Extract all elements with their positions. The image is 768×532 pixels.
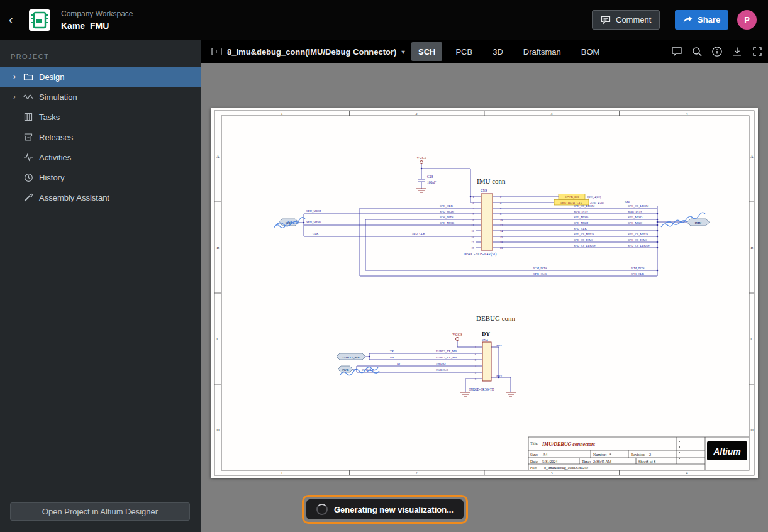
fullscreen-icon[interactable] [752,46,763,57]
schematic-doc-icon [211,47,222,56]
tab-bom[interactable]: BOM [574,42,607,61]
chevron-right-icon[interactable]: › [11,92,18,101]
power-net-label: VCC5 [416,156,426,160]
net-label-stack: SPI1_CS_MPU#SPI1_CS_ICM#SPI2_CS_LPS25# [574,233,596,247]
net-label-stack: SPI1_CS_LIS3MMPU_INT#SPI1_MISOSPI1_MOSI [628,204,649,224]
titleblock-field-label: Date: [530,460,538,463]
net-label: SPI2_MISO [306,221,321,224]
titleblock-value: A4 [543,453,547,457]
pin-label: MP1 [496,344,503,347]
altium-365-viewer: ‹ Company Workspace Kame_FMU Comment Sha… [0,0,768,532]
designator: C23 [427,175,433,179]
sheet-border [214,111,754,475]
zone-label: A [750,155,754,158]
sidebar-item-label: Design [39,72,64,82]
chevron-down-icon: ▾ [401,48,404,55]
sidebar-item-design[interactable]: › Design [0,67,201,87]
viewer-canvas[interactable]: 1 2 3 4 1 2 3 4 A B C D A B C D [201,63,768,532]
altium-logo: Altium [707,441,747,460]
sidebar-item-history[interactable]: History [0,167,201,187]
vcc5-symbol [420,161,423,164]
document-selector[interactable]: 8_imu&debug_conn(IMU/Debug Connector) ▾ [211,40,404,63]
zone-label: 1 [281,471,283,475]
sidebar-item-assembly-assistant[interactable]: Assembly Assistant [0,187,201,208]
value-label: 100nF [427,180,436,184]
cn3-body [481,194,493,250]
sidebar-item-simulation[interactable]: › Simulation [0,87,201,107]
net-label-stack: ICM_INT#SPI1_CLK [533,267,547,275]
titleblock-field-label: Revision: [631,453,645,457]
net-label: SPI2_CLK [412,232,425,235]
sidebar-section-label: PROJECT [11,53,49,60]
titleblock-value: * [609,453,611,457]
zone-labels: 1 2 3 4 1 2 3 4 A B C D A B C D [216,112,754,475]
screwdriver-icon [23,192,33,202]
search-icon[interactable] [691,46,703,57]
tab-3d[interactable]: 3D [486,42,510,61]
zone-label: B [750,246,753,250]
sheet-title: IMU/DEBUG connectors [542,441,595,447]
zone-label: D [216,428,220,432]
tab-sch[interactable]: SCH [411,42,442,61]
gnd-symbol [506,392,516,396]
junction-dots [303,168,659,379]
info-icon[interactable] [711,46,723,57]
toolbar-icons [671,40,763,63]
sidebar-item-activities[interactable]: Activities [0,147,201,167]
power-net-label: VCC3 [452,333,462,336]
pin-numbers: 123456 [475,346,477,380]
workspace-label: Company Workspace [61,9,133,18]
chevron-right-icon[interactable]: › [11,72,18,81]
open-project-button[interactable]: Open Project in Altium Designer [10,502,190,521]
net-label: IO [397,362,401,365]
title-block-dots [679,441,680,459]
titleblock-field-label: Title: [530,441,538,445]
comment-button-label: Comment [616,15,651,25]
altium-logo-text: Altium [713,446,741,457]
back-icon[interactable]: ‹ [9,12,13,27]
zone-label: 1 [281,112,283,116]
zone-label: 3 [551,471,553,475]
schematic-sheet[interactable]: 1 2 3 4 1 2 3 4 A B C D A B C D [211,108,758,478]
designator: CN4 [482,338,488,341]
net-label: CLK [313,232,319,235]
sidebar-item-label: Tasks [39,113,60,122]
tab-pcb[interactable]: PCB [448,42,479,61]
sidebar-item-label: History [39,173,64,182]
port-label: UART7_MB [342,356,360,359]
highlight-ring: Generating new visualization... [302,495,468,524]
avatar[interactable]: P [737,10,757,30]
share-button-label: Share [698,15,720,25]
project-name: Kame_FMU [61,21,109,31]
comment-button[interactable]: Comment [592,10,660,30]
comment-icon [601,16,611,25]
comments-icon[interactable] [671,46,682,57]
section-title: DEBUG conn [476,314,516,322]
titleblock-field-label: File: [530,466,537,470]
tab-draftsman[interactable]: Draftsman [516,42,568,61]
top-bar: ‹ Company Workspace Kame_FMU Comment Sha… [0,0,768,40]
zone-label: C [216,337,219,341]
share-button[interactable]: Share [675,10,728,30]
toast-message: Generating new visualization... [334,505,454,514]
sidebar-item-label: Releases [39,133,73,142]
zone-label: 2 [416,471,418,475]
kanban-icon [23,112,33,122]
titleblock-value: Sheet8 of 8 [638,460,655,463]
xref-label: IMU_HEAT_CTL [560,201,582,204]
zone-label: A [216,155,220,158]
sidebar-item-label: Activities [39,153,71,162]
pin-numbers-left: 135791113151719 [471,196,474,250]
document-toolbar: 8_imu&debug_conn(IMU/Debug Connector) ▾ … [201,40,768,63]
zone-label: 4 [686,471,688,475]
sidebar-item-tasks[interactable]: Tasks [0,107,201,127]
history-clock-icon [23,172,33,182]
generating-toast: Generating new visualization... [306,499,464,519]
zone-label: C [750,337,753,341]
sidebar-item-label: Simulation [39,92,77,102]
activity-pulse-icon [23,152,33,162]
sidebar-item-releases[interactable]: Releases [0,127,201,147]
net-label-stack: UART7_TX_MBUART7_RX_MBSWDIOSWDCLK [436,350,457,372]
download-icon[interactable] [732,46,743,57]
sidebar-item-label: Assembly Assistant [39,193,109,202]
